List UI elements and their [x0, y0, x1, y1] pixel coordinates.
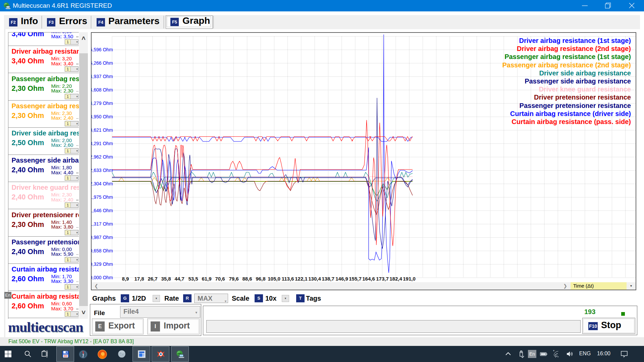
svg-text:*: * — [553, 350, 554, 353]
